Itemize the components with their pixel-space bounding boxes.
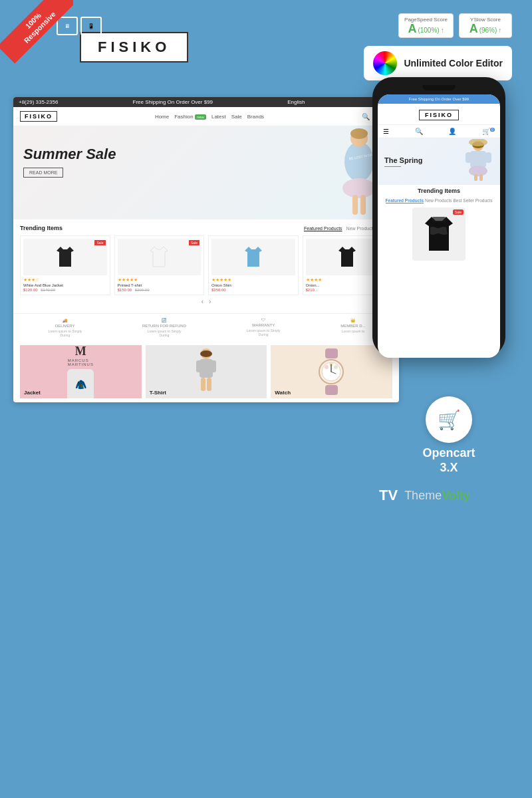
store-logo: FISIKO [20, 111, 57, 122]
svg-rect-26 [470, 151, 486, 168]
pagespeed-score: PageSpeed Score A (100%) ↑ [398, 13, 454, 38]
svg-rect-14 [325, 348, 338, 358]
svg-rect-11 [201, 378, 205, 391]
cart-icon-wrapper: 🛒 [426, 396, 472, 443]
category-tshirt: T-Shirt [146, 345, 267, 398]
brand-logo: FISIKO [80, 32, 188, 63]
hero-banner: Summer Sale READ MORE BE LOST IN DREAMS [13, 126, 399, 219]
opencart-icon: 🛒 [438, 409, 461, 431]
svg-rect-6 [360, 195, 366, 215]
svg-rect-30 [474, 174, 477, 181]
categories-section: M MARCUSMARTINUS 🧥 Jacket [13, 341, 399, 402]
svg-rect-27 [466, 152, 471, 163]
feature-warranty: 🛡 WARRANTY Lorem ipsum to Simply During [245, 318, 282, 337]
opencart-text: Opencart 3.X [422, 446, 475, 475]
svg-point-2 [342, 178, 376, 198]
phone-screen: Free Shipping On Order Over $99 FISIKO ☰… [378, 94, 500, 358]
phone-topbar: Free Shipping On Order Over $99 [378, 94, 500, 104]
yslow-score: YSlow Score A (96%) ↑ [459, 13, 512, 38]
speed-scores: PageSpeed Score A (100%) ↑ YSlow Score A… [398, 13, 512, 38]
category-jacket: M MARCUSMARTINUS 🧥 Jacket [20, 345, 142, 398]
store-nav: FISIKO Home Fashion new Latest Sale Bran… [13, 107, 399, 126]
phone-logo: FISIKO [378, 104, 500, 125]
category-watch: Watch [271, 345, 392, 398]
svg-rect-32 [432, 217, 446, 222]
product-image: Sale [23, 239, 107, 275]
svg-point-18 [325, 365, 329, 369]
product-card: Sale ★★★★★ Printed T-shirt $150.00 $200.… [114, 235, 205, 295]
tv-icon: TV [379, 488, 398, 503]
carousel-controls: ‹ › [20, 295, 392, 308]
svg-point-0 [344, 142, 374, 182]
phone-tabs: Featured Products New Products Best Sell… [378, 197, 500, 205]
svg-rect-12 [207, 378, 211, 391]
phone-hero: The Spring [378, 138, 500, 185]
phone-mockup: Free Shipping On Order Over $99 FISIKO ☰… [372, 77, 505, 356]
svg-point-20 [334, 365, 338, 369]
phone-product: Sale [378, 205, 500, 263]
trending-header: Trending Items Featured Products New Pro… [20, 225, 392, 231]
feature-member: 👑 MEMBER D... Lorem ipsum to [340, 318, 365, 337]
nav-links: Home Fashion new Latest Sale Brands [155, 114, 264, 120]
product-card: ★★★★★ Onion Shirt $350.00 [208, 235, 299, 295]
phone-nav-icons: ☰ 🔍 👤 🛒0 [378, 125, 500, 138]
svg-rect-15 [325, 385, 338, 395]
products-grid: Sale ★★★☆ White And Blue Jacket $120.00 … [20, 235, 392, 295]
svg-rect-9 [196, 360, 203, 372]
feature-return: 🔄 RETURN FOR REFUND Lorem ipsum to Simpl… [142, 318, 186, 337]
phone-product-image: Sale [412, 207, 466, 261]
product-image [211, 239, 295, 275]
desktop-preview: +8(29) 335-2356 Free Shipping On Order O… [13, 97, 372, 402]
store-topbar: +8(29) 335-2356 Free Shipping On Order O… [13, 97, 399, 107]
opencart-badge: 🛒 Opencart 3.X [379, 396, 519, 475]
trending-section: Trending Items Featured Products New Pro… [13, 219, 399, 313]
svg-point-4 [350, 128, 368, 139]
themevolty-badge: TV ThemeVolty [379, 488, 519, 503]
badge-text: 100%Responsive [0, 0, 73, 63]
feature-delivery: 🚚 DELIVERY Lorem ipsum to Simply During [47, 318, 83, 337]
hero-text: Summer Sale READ MORE [23, 146, 116, 178]
color-editor-badge: Unlimited Color Editor [364, 46, 512, 80]
svg-rect-28 [485, 152, 491, 163]
svg-point-29 [469, 166, 487, 176]
svg-rect-5 [352, 195, 358, 215]
svg-point-25 [469, 139, 487, 146]
features-bar: 🚚 DELIVERY Lorem ipsum to Simply During … [13, 313, 399, 341]
responsive-badge: 100%Responsive [0, 0, 73, 73]
phone-notch [422, 85, 456, 90]
color-wheel-icon [373, 51, 397, 75]
mobile-icon: 📱 [80, 17, 102, 35]
svg-rect-31 [479, 174, 483, 181]
product-card: Sale ★★★☆ White And Blue Jacket $120.00 … [20, 235, 110, 295]
svg-rect-10 [209, 360, 216, 372]
product-image: Sale [118, 239, 201, 275]
svg-point-13 [200, 350, 212, 357]
